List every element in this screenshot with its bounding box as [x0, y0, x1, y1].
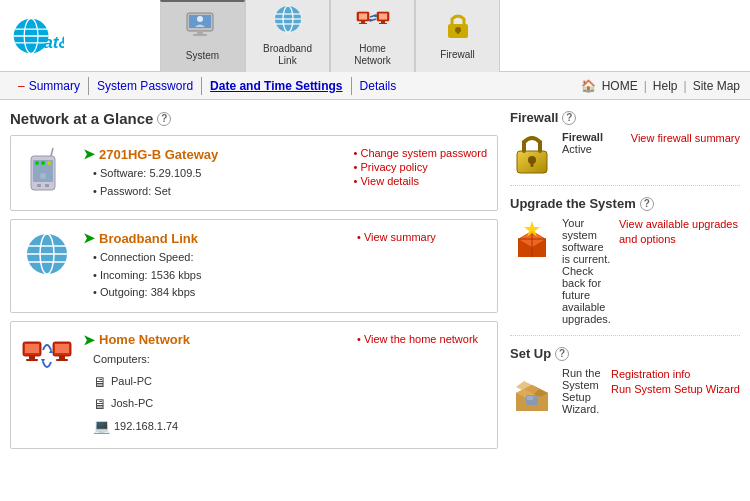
setup-title: Set Up ?: [510, 346, 740, 361]
laptop-icon: 💻: [93, 415, 110, 437]
svg-point-36: [41, 161, 45, 165]
svg-rect-67: [527, 396, 533, 400]
svg-rect-45: [29, 356, 35, 359]
firewall-status-area: Firewall Active: [562, 131, 623, 155]
svg-rect-46: [26, 359, 38, 361]
svg-rect-56: [531, 161, 534, 167]
summary-bullet: –: [18, 79, 25, 93]
firewall-tab-svg: [440, 10, 476, 40]
firewall-links: View firewall summary: [631, 131, 740, 146]
home-icon: 🏠: [581, 79, 596, 93]
setup-content: Run the System Setup Wizard. Registratio…: [510, 367, 740, 415]
gateway-info: ➤ 2701HG-B Gateway Software: 5.29.109.5 …: [83, 146, 354, 200]
broadband-card: ➤ Broadband Link Connection Speed: Incom…: [10, 219, 498, 313]
firewall-tab-icon: [440, 10, 476, 47]
gateway-title: ➤ 2701HG-B Gateway: [83, 146, 354, 162]
desktop-icon-paul: 🖥: [93, 371, 107, 393]
setup-help-icon[interactable]: ?: [555, 347, 569, 361]
computers-label: Computers:: [83, 351, 357, 369]
svg-rect-50: [56, 359, 68, 361]
tab-system[interactable]: System: [160, 0, 245, 72]
svg-rect-44: [25, 344, 39, 353]
computer-ip: 💻 192.168.1.74: [93, 415, 357, 437]
broadband-status-arrow: ➤: [83, 230, 95, 246]
logo-area: at&t: [0, 10, 160, 62]
system-icon: [185, 11, 221, 48]
gateway-password: Password: Set: [83, 183, 354, 201]
nav-tabs: System BroadbandLink: [160, 0, 500, 72]
home-network-links: View the home network: [357, 332, 487, 346]
setup-section: Set Up ?: [510, 346, 740, 425]
tab-broadband-link[interactable]: BroadbandLink: [245, 0, 330, 72]
upgrade-links: View available upgrades and options: [619, 217, 740, 248]
main-content: Network at a Glance ?: [0, 100, 750, 467]
subnav-help[interactable]: Help: [653, 79, 678, 93]
svg-rect-23: [379, 23, 387, 24]
svg-rect-10: [193, 34, 207, 36]
subnav: – Summary System Password Date and Time …: [0, 72, 750, 100]
tab-home-network[interactable]: HomeNetwork: [330, 0, 415, 72]
upgrade-title: Upgrade the System ?: [510, 196, 740, 211]
view-home-network-link[interactable]: View the home network: [357, 332, 487, 346]
privacy-policy-link[interactable]: Privacy policy: [354, 160, 487, 174]
svg-rect-32: [37, 184, 41, 187]
computer-paul: 🖥 Paul-PC: [93, 371, 357, 393]
svg-rect-48: [55, 344, 69, 353]
home-network-info: ➤ Home Network Computers: 🖥 Paul-PC 🖥 Jo…: [83, 332, 357, 438]
upgrade-help-icon[interactable]: ?: [640, 197, 654, 211]
subnav-summary[interactable]: – Summary: [10, 77, 89, 95]
computer-josh: 🖥 Josh-PC: [93, 393, 357, 415]
upgrade-section: Upgrade the System ? Your system softwa: [510, 196, 740, 336]
svg-line-34: [51, 148, 53, 156]
tab-broadband-label: BroadbandLink: [263, 43, 312, 67]
subnav-sitemap[interactable]: Site Map: [693, 79, 740, 93]
svg-rect-21: [379, 14, 387, 20]
gateway-details: Software: 5.29.109.5 Password: Set: [83, 165, 354, 200]
desktop-icon-josh: 🖥: [93, 393, 107, 415]
home-network-card: ➤ Home Network Computers: 🖥 Paul-PC 🖥 Jo…: [10, 321, 498, 449]
home-network-tab-icon: [355, 4, 391, 34]
setup-description: Run the System Setup Wizard.: [562, 367, 603, 415]
firewall-title: Firewall ?: [510, 110, 740, 125]
gateway-status-arrow: ➤: [83, 146, 95, 162]
svg-rect-18: [361, 21, 365, 23]
gateway-links: Change system password Privacy policy Vi…: [354, 146, 487, 188]
svg-point-31: [40, 173, 46, 179]
svg-rect-49: [59, 356, 65, 359]
svg-rect-33: [45, 184, 49, 187]
change-password-link[interactable]: Change system password: [354, 146, 487, 160]
tab-system-label: System: [186, 50, 219, 62]
panel-title: Network at a Glance ?: [10, 110, 498, 127]
subnav-details[interactable]: Details: [352, 77, 405, 95]
tab-firewall[interactable]: Firewall: [415, 0, 500, 72]
subnav-system-password[interactable]: System Password: [89, 77, 202, 95]
upgrade-icon: [510, 217, 554, 261]
view-firewall-summary-link[interactable]: View firewall summary: [631, 131, 740, 146]
setup-box-icon: [510, 367, 554, 411]
subnav-left: – Summary System Password Date and Time …: [10, 77, 581, 95]
header: at&t System: [0, 0, 750, 72]
broadband-card-icon: [21, 230, 73, 278]
firewall-help-icon[interactable]: ?: [562, 111, 576, 125]
svg-point-37: [47, 161, 51, 165]
view-summary-link[interactable]: View summary: [357, 230, 487, 244]
svg-point-35: [35, 161, 39, 165]
view-details-link[interactable]: View details: [354, 174, 487, 188]
svg-rect-19: [359, 23, 367, 24]
subnav-date-time[interactable]: Date and Time Settings: [202, 77, 351, 95]
view-upgrades-link[interactable]: View available upgrades and options: [619, 217, 740, 248]
svg-point-8: [197, 16, 203, 22]
broadband-incoming: Incoming: 1536 kbps: [83, 267, 357, 285]
help-icon[interactable]: ?: [157, 112, 171, 126]
upgrade-content: Your system software is current. Check b…: [510, 217, 740, 325]
run-setup-wizard-link[interactable]: Run System Setup Wizard: [611, 382, 740, 397]
gateway-device-icon: [23, 146, 71, 198]
subnav-home[interactable]: HOME: [602, 79, 638, 93]
system-tab-icon: [185, 11, 221, 41]
firewall-section: Firewall ?: [510, 110, 740, 186]
registration-info-link[interactable]: Registration info: [611, 367, 740, 382]
setup-links: Registration info Run System Setup Wizar…: [611, 367, 740, 398]
home-network-icon: [355, 4, 391, 41]
svg-rect-22: [381, 21, 385, 23]
right-panel: Firewall ?: [510, 110, 740, 457]
